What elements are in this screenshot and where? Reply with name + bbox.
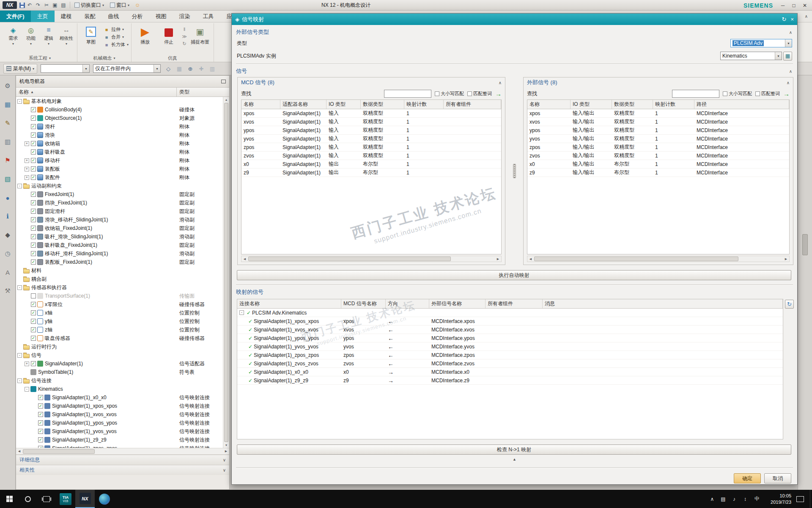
- action-center-icon[interactable]: [796, 496, 804, 502]
- tree-expander[interactable]: -: [17, 378, 22, 383]
- tree-item[interactable]: ✓吸杆吸盘刚体: [16, 148, 223, 156]
- col-header[interactable]: 连接名称: [237, 299, 341, 308]
- menu-button[interactable]: 菜单(M) ▾: [3, 64, 37, 74]
- ribbon-tab-1[interactable]: 主页: [31, 11, 55, 22]
- ribbon-tab-6[interactable]: 视图: [149, 11, 173, 22]
- tree-expander[interactable]: +: [25, 167, 29, 171]
- auto-map-button[interactable]: 执行自动映射: [237, 270, 791, 280]
- scroll-right-icon[interactable]: ▶: [223, 450, 229, 453]
- tree-item[interactable]: ✓SignalAdapter(1)_z9_z9信号映射连接: [16, 436, 223, 444]
- ime-indicator[interactable]: 中: [752, 490, 763, 508]
- cut-icon[interactable]: ✂: [43, 1, 50, 9]
- signal-row[interactable]: yvosSignalAdapter(1)输入双精度型1: [241, 135, 501, 143]
- tree-checkbox[interactable]: ✓: [31, 149, 36, 155]
- part-navigator-icon[interactable]: ▥: [3, 137, 12, 146]
- signal-row[interactable]: xposSignalAdapter(1)输入双精度型1: [241, 109, 501, 118]
- external-find-input[interactable]: [672, 90, 719, 98]
- minimize-icon[interactable]: ─: [777, 3, 788, 8]
- volume-icon[interactable]: ♪: [729, 490, 740, 508]
- signal-row[interactable]: z9输入/输出布尔型1MCDInterface: [527, 168, 789, 177]
- tree-checkbox[interactable]: ✓: [31, 141, 36, 146]
- tree-item[interactable]: -信号: [16, 351, 223, 359]
- col-header[interactable]: 数据类型: [361, 100, 404, 109]
- tree-checkbox[interactable]: ✓: [31, 336, 36, 341]
- mapped-row[interactable]: ✓SignalAdapter(1)_yvos_yvosyvos←MCDInter…: [237, 342, 783, 351]
- snap-point-icon[interactable]: ◇: [164, 64, 173, 73]
- tools-icon[interactable]: ⚒: [3, 286, 12, 295]
- tree-item[interactable]: +✓装配板刚体: [16, 165, 223, 173]
- touch-mode-icon[interactable]: ✚: [197, 64, 206, 73]
- signal-row[interactable]: x0SignalAdapter(1)输出布尔型1: [241, 160, 501, 168]
- tree-item[interactable]: 材料: [16, 266, 223, 275]
- tree-expander[interactable]: -: [239, 310, 244, 315]
- tree-item[interactable]: ✓z轴位置控制: [16, 326, 223, 334]
- column-header-name[interactable]: 名称 ▲: [16, 88, 177, 97]
- mapped-row[interactable]: ✓SignalAdapter(1)_x0_x0x0→MCDInterface.x…: [237, 368, 783, 376]
- dependencies-section-header[interactable]: 相关性 ∨: [16, 465, 229, 475]
- undo-icon[interactable]: ↶: [26, 1, 33, 9]
- network-icon[interactable]: ↕: [740, 490, 751, 508]
- tree-item[interactable]: +✓SignalAdapter(1)信号适配器: [16, 359, 223, 368]
- external-horizontal-scrollbar[interactable]: ◀ ▶: [527, 256, 790, 262]
- mapped-row[interactable]: ✓SignalAdapter(1)_xvos_xvosxvos←MCDInter…: [237, 326, 783, 334]
- web-browser-icon[interactable]: ●: [3, 193, 12, 202]
- tree-checkbox[interactable]: ✓: [31, 133, 36, 138]
- start-button[interactable]: [0, 490, 19, 508]
- tree-item[interactable]: ✓吸杆_滑块_SlidingJoint(1)滑动副: [16, 232, 223, 241]
- col-header[interactable]: MCD 信号名称: [341, 299, 386, 308]
- collapse-section-icon[interactable]: ∧: [499, 80, 502, 85]
- tree-checkbox[interactable]: ✓: [31, 260, 36, 265]
- tree-item[interactable]: ✓x零限位碰撞传感器: [16, 300, 223, 309]
- tree-checkbox[interactable]: ✓: [38, 429, 43, 434]
- tree-checkbox[interactable]: ✓: [31, 361, 36, 366]
- tree-item[interactable]: ✓装配板_FixedJoint(1)固定副: [16, 258, 223, 266]
- tree-item[interactable]: -运动副和约束: [16, 182, 223, 190]
- tree-checkbox[interactable]: ✓: [31, 319, 36, 324]
- tree-expander[interactable]: +: [25, 175, 29, 180]
- chevron-up-icon[interactable]: ∧: [707, 490, 718, 508]
- tree-checkbox[interactable]: ✓: [31, 166, 36, 171]
- tree-item[interactable]: ✓固定滑杆固定副: [16, 207, 223, 215]
- mapped-row[interactable]: ✓SignalAdapter(1)_zpos_zposzpos←MCDInter…: [237, 351, 783, 359]
- scrollbar-thumb[interactable]: [224, 103, 228, 442]
- play-button[interactable]: ▶ 播放: [134, 25, 156, 45]
- signal-row[interactable]: ypos输入/输出双精度型1MCDInterface: [527, 126, 789, 135]
- col-header[interactable]: 所有者组件: [486, 299, 543, 308]
- stop-button[interactable]: 停止: [158, 25, 180, 45]
- tree-checkbox[interactable]: ✓: [38, 446, 43, 448]
- tree-item[interactable]: -Kinematics: [16, 385, 223, 393]
- col-header[interactable]: 消息: [543, 299, 783, 308]
- work-plane-icon[interactable]: ▦: [175, 64, 184, 73]
- ribbon-tab-3[interactable]: 装配: [78, 11, 102, 22]
- signal-row[interactable]: xvosSignalAdapter(1)输入双精度型1: [241, 118, 501, 126]
- sketch-button[interactable]: ✎ 草图: [80, 25, 102, 45]
- mcd-horizontal-scrollbar[interactable]: ◀ ▶: [241, 256, 502, 262]
- feedback-smiley-icon[interactable]: ☺: [134, 1, 141, 9]
- tree-expander[interactable]: -: [17, 285, 22, 290]
- tree-item[interactable]: ✓SignalAdapter(1)_yvos_yvos信号映射连接: [16, 427, 223, 436]
- battery-icon[interactable]: ▤: [718, 490, 729, 508]
- copy-icon[interactable]: ▣: [51, 1, 59, 9]
- ribbon-tab-4[interactable]: 曲线: [102, 11, 126, 22]
- mcd-find-input[interactable]: [384, 90, 431, 98]
- paste-icon[interactable]: ▤: [60, 1, 67, 9]
- col-header[interactable]: 名称: [241, 100, 280, 109]
- tree-expander[interactable]: -: [25, 387, 29, 392]
- tree-item[interactable]: 耦合副: [16, 275, 223, 283]
- tree-checkbox[interactable]: ✓: [31, 302, 36, 307]
- gear-icon[interactable]: ⚙: [3, 81, 12, 91]
- signal-row[interactable]: z9SignalAdapter(1)输出布尔型1: [241, 168, 501, 177]
- tree-checkbox[interactable]: ✓: [31, 217, 36, 222]
- col-header[interactable]: 外部信号名称: [429, 299, 486, 308]
- details-section-header[interactable]: 详细信息 ∨: [16, 455, 229, 465]
- col-header[interactable]: 路径: [694, 100, 789, 109]
- ribbon-tab-0[interactable]: 文件(F): [0, 11, 31, 22]
- signal-row[interactable]: yposSignalAdapter(1)输入双精度型1: [241, 126, 501, 135]
- signal-row[interactable]: x0输入/输出布尔型1MCDInterface: [527, 160, 789, 168]
- show-desktop-button[interactable]: [810, 490, 812, 508]
- tree-expander[interactable]: -: [17, 184, 22, 188]
- tree-item[interactable]: ✓SignalAdapter(1)_zpos_zpos信号映射连接: [16, 444, 223, 448]
- switch-window-button[interactable]: 切换窗口 ▾: [73, 2, 106, 9]
- tree-item[interactable]: ✓滑杆刚体: [16, 122, 223, 131]
- signal-row[interactable]: xpos输入/输出双精度型1MCDInterface: [527, 109, 789, 118]
